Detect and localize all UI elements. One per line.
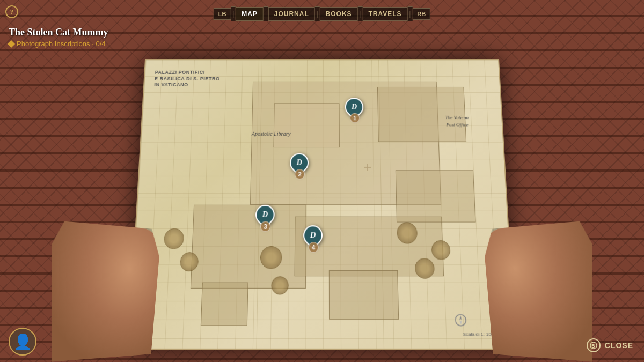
map-container[interactable]: PALAZZI PONTIFICI E BASILICA DI S. PIETR… (128, 59, 516, 350)
map-fold-3 (138, 198, 506, 198)
map-building-bottom-left (191, 205, 306, 289)
tab-journal[interactable]: JOURNAL (268, 7, 315, 21)
map-building-right-2 (396, 170, 476, 222)
close-button-icon: B (587, 338, 601, 352)
nav-rb-button[interactable]: RB (412, 8, 430, 20)
close-label: CLOSE (605, 341, 633, 350)
player-avatar: 👤 (9, 328, 36, 356)
nav-divider-3: | (358, 6, 363, 21)
nav-divider-2: | (315, 6, 320, 21)
marker-letter-2: D (296, 158, 302, 167)
map-marker-3[interactable]: D 3 (255, 205, 276, 231)
quest-title: The Stolen Cat Mummy (9, 27, 108, 38)
map-tree-6 (431, 240, 450, 260)
quest-subtitle: Photograph Inscriptions · 0/4 (9, 40, 108, 48)
map-inner: PALAZZI PONTIFICI E BASILICA DI S. PIETR… (129, 60, 515, 349)
nav-divider-1: | (264, 6, 268, 21)
nav-divider-left: | (231, 6, 236, 21)
map-building-courtyard (273, 103, 339, 147)
marker-letter-3: D (262, 210, 268, 220)
quest-info: The Stolen Cat Mummy Photograph Inscript… (9, 27, 108, 48)
avatar-face: 👤 (13, 333, 32, 351)
nav-lb-button[interactable]: LB (214, 8, 231, 20)
nav-divider-right: | (408, 6, 413, 21)
tab-travels[interactable]: TRAVELS (362, 7, 407, 21)
map-marker-4[interactable]: D 4 (303, 225, 324, 252)
hand-left (52, 220, 162, 362)
close-button[interactable]: B CLOSE (587, 338, 633, 352)
svg-text:B: B (591, 343, 596, 349)
marker-number-4: 4 (308, 242, 318, 253)
map-title-area: PALAZZI PONTIFICI E BASILICA DI S. PIETR… (154, 70, 220, 88)
marker-letter-4: D (310, 231, 316, 240)
map-marker-2[interactable]: D 2 (290, 153, 310, 179)
help-icon[interactable]: ? (5, 5, 18, 18)
marker-number-2: 2 (295, 169, 305, 179)
map-tree-5 (397, 223, 418, 244)
map-building-small-1 (201, 283, 248, 326)
map-cursor (362, 161, 373, 173)
map-title-line2: E BASILICA DI S. PIETRO (155, 76, 220, 83)
map-building-small-2 (329, 270, 399, 320)
top-navigation: LB | MAP | JOURNAL | BOOKS | TRAVELS | R… (214, 6, 430, 21)
map-tree-7 (415, 258, 435, 278)
map-navigate-icon (455, 314, 467, 326)
tab-map[interactable]: MAP (236, 7, 264, 21)
map-label-library: Apostolic Library (252, 131, 291, 137)
map-marker-1[interactable]: D 1 (345, 98, 365, 122)
tab-books[interactable]: BOOKS (320, 7, 358, 21)
map-label-post-office: The Vatican Post Office (445, 114, 469, 128)
marker-number-1: 1 (350, 113, 360, 123)
svg-marker-2 (459, 320, 462, 325)
svg-marker-1 (459, 315, 462, 320)
marker-letter-1: D (352, 102, 357, 111)
map-title-line3: IN VATICANO (154, 82, 219, 88)
map-title-line1: PALAZZI PONTIFICI (155, 70, 220, 76)
hand-right (482, 220, 592, 362)
diamond-icon (8, 40, 15, 47)
